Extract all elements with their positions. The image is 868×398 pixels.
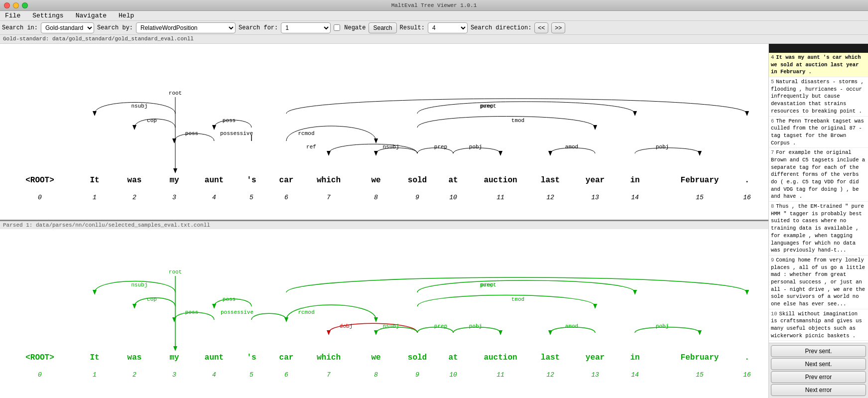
negate-checkbox[interactable] [334, 24, 340, 31]
next-error-button[interactable]: Next error [771, 384, 866, 396]
parsed-panel: root nsubj cop poss poss [0, 229, 768, 398]
parsed-label-cop: cop [147, 296, 157, 302]
gold-idx-10: 10 [449, 194, 457, 201]
parsed-label-prep1: prep [481, 282, 494, 288]
parsed-arc-pobj2-arrow [698, 330, 702, 335]
search-for-select[interactable]: 1 [281, 22, 331, 33]
gold-word-14: in [630, 176, 639, 185]
gold-word-7: which [317, 176, 341, 185]
gold-word-9: sold [408, 176, 427, 185]
gold-panel: root nsubj cop poss [0, 44, 768, 221]
gold-label-pobj2: pobj [656, 144, 669, 150]
gold-arc-punct [286, 99, 747, 114]
parsed-idx-0: 0 [38, 371, 42, 379]
gold-arc-punct-arrow [745, 111, 749, 116]
list-item[interactable]: 8Thus , the EM-trained " pure HMM " tagg… [769, 202, 868, 256]
search-direction-label: Search direction: [471, 24, 531, 31]
direction-next-button[interactable]: >> [551, 22, 565, 33]
list-item[interactable]: 5Natural disasters - storms , flooding ,… [769, 77, 868, 116]
gold-arc-prep1 [417, 102, 635, 114]
search-by-select[interactable]: RelativeWordPosition [136, 22, 236, 33]
gold-label-ref: ref [306, 144, 316, 150]
parsed-arc-poss1-arrow [172, 317, 176, 322]
gold-idx-4: 4 [212, 194, 216, 201]
parsed-arc-tmod [417, 295, 595, 306]
negate-label: Negate [344, 24, 366, 31]
gold-arc-cop-arrow [132, 125, 136, 130]
search-for-label: Search for: [239, 24, 278, 31]
gold-idx-2: 2 [132, 194, 136, 201]
parsed-idx-1: 1 [93, 371, 97, 379]
parsed-tree-svg: root nsubj cop poss poss [0, 229, 767, 398]
list-item[interactable]: 9Coming home from very lonely places , a… [769, 256, 868, 309]
gold-word-2: was [127, 176, 142, 185]
gold-idx-3: 3 [172, 194, 176, 201]
parsed-word-15: February [681, 353, 719, 362]
search-in-select[interactable]: Gold-standard Parsed [41, 22, 94, 33]
parsed-word-6: car [279, 353, 294, 362]
gold-label-tmod: tmod [511, 118, 524, 124]
parsed-idx-14: 14 [631, 371, 639, 379]
menu-settings[interactable]: Settings [29, 11, 66, 20]
parsed-word-2: was [127, 353, 142, 362]
parsed-arc-dobj-arrow [327, 330, 331, 335]
menu-navigate[interactable]: Navigate [73, 11, 110, 20]
gold-idx-7: 7 [327, 194, 331, 201]
window-controls [4, 2, 28, 8]
parsed-label-pobj1: pobj [469, 323, 482, 329]
gold-word-15: February [681, 176, 719, 185]
toolbar: Search in: Gold-standard Parsed Search b… [0, 21, 868, 35]
gold-word-1: It [90, 176, 99, 185]
parsed-arc-rcmod-arrow [374, 317, 378, 322]
gold-label-nsubj2: nsubj [382, 144, 399, 150]
gold-arc-ref [329, 144, 417, 153]
next-sent-button[interactable]: Next sent. [771, 358, 866, 370]
sentence-list[interactable]: 4It was my aunt 's car which we sold at … [769, 44, 868, 343]
parsed-idx-7: 7 [327, 371, 331, 379]
parsed-idx-5: 5 [249, 371, 253, 379]
gold-arc-poss1-arrow [172, 138, 176, 143]
gold-arc-poss2-arrow [212, 125, 216, 130]
direction-prev-button[interactable]: << [534, 22, 548, 33]
parsed-arc-poss2-arrow [212, 304, 216, 309]
prev-error-button[interactable]: Prev error [771, 371, 866, 383]
parsed-label-nsubj: nsubj [131, 282, 147, 288]
gold-label-nsubj: nsubj [131, 103, 147, 109]
parsed-word-8: we [371, 353, 380, 362]
title-bar: MaltEval Tree Viewer 1.0.1 [0, 0, 868, 11]
parsed-idx-13: 13 [591, 371, 599, 379]
gold-idx-5: 5 [249, 194, 253, 201]
menu-file[interactable]: File [2, 11, 23, 20]
gold-arc-amod1-arrow [548, 151, 552, 156]
close-button[interactable] [4, 2, 10, 8]
prev-sent-button[interactable]: Prev sent. [771, 345, 866, 357]
list-item[interactable]: 4It was my aunt 's car which we sold at … [769, 53, 868, 77]
gold-word-6: car [279, 176, 294, 185]
list-item[interactable]: 7For example the original Brown and C5 t… [769, 148, 868, 202]
parsed-idx-15: 15 [696, 371, 704, 379]
menu-help[interactable]: Help [116, 11, 137, 20]
search-button[interactable]: Search [369, 22, 396, 33]
parsed-arc-prep1 [417, 280, 635, 292]
nav-buttons: Prev sent. Next sent. Prev error Next er… [769, 343, 868, 398]
list-item[interactable]: 10Skill without imagination is craftsman… [769, 309, 868, 341]
gold-arc-prep1-arrow [633, 111, 637, 116]
app-title: MaltEval Tree Viewer 1.0.1 [391, 2, 477, 8]
gold-word-13: year [586, 176, 605, 185]
gold-tree-svg: root nsubj cop poss [0, 44, 767, 212]
parsed-word-12: last [541, 353, 560, 362]
maximize-button[interactable] [22, 2, 28, 8]
gold-idx-15: 15 [696, 194, 704, 201]
parsed-word-10: at [448, 353, 458, 362]
list-item[interactable]: 6The Penn Treebank tagset was culled fro… [769, 117, 868, 148]
tree-panels: root nsubj cop poss [0, 44, 768, 398]
gold-idx-1: 1 [93, 194, 97, 201]
gold-word-5: 's [247, 176, 256, 185]
parsed-word-4: aunt [205, 353, 224, 362]
parsed-arc-punct-arrow [745, 290, 749, 295]
parsed-idx-11: 11 [496, 371, 504, 379]
gold-arc-nsubj2-arrow [374, 151, 378, 156]
result-select[interactable]: 4 [428, 22, 468, 33]
parsed-filepath-bar: Parsed 1: data/parses/nn/conllu/selected… [0, 221, 768, 229]
minimize-button[interactable] [13, 2, 19, 8]
